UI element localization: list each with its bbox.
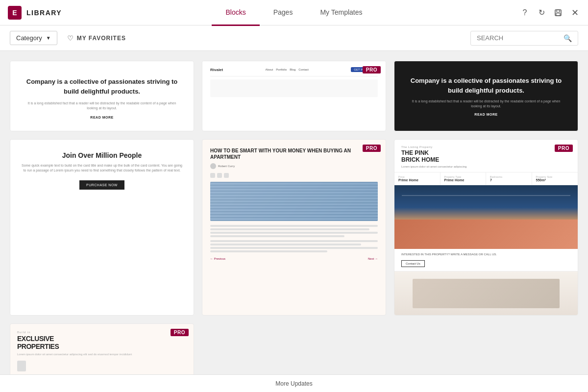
cta-button: PURCHASE NOW — [79, 180, 124, 190]
building-visual — [210, 182, 378, 221]
text-line — [210, 247, 378, 249]
card-2-link: READ MORE — [474, 113, 497, 116]
text-line — [210, 235, 344, 237]
help-icon[interactable]: ? — [519, 7, 530, 18]
chevron-down-icon: ▼ — [46, 35, 51, 41]
card-text-dark[interactable]: Company is a collective of passionates s… — [394, 61, 578, 131]
stat-size: Property Size 550m² — [532, 172, 578, 185]
tab-my-templates[interactable]: My Templates — [306, 0, 376, 26]
property-cta: INTERESTED IN THIS PROPERTY? WRITE A MES… — [394, 249, 578, 271]
social-icon-1 — [210, 173, 215, 178]
excl-title: EXCLUSIVE PROPERTIES — [17, 335, 187, 350]
search-icon[interactable]: 🔍 — [564, 34, 572, 42]
toolbar: Category ▼ ♡ MY FAVORITES 🔍 — [0, 25, 588, 51]
card-cta[interactable]: Join Over Million People Some quick exam… — [10, 139, 194, 316]
card-header-nav-inner: Rivalet About Portfolio Blog Contact GET… — [202, 61, 386, 106]
blog-image — [210, 182, 378, 221]
text-line — [210, 228, 369, 230]
tabs-container: Blocks Pages My Templates — [81, 0, 507, 25]
text-line — [210, 244, 361, 245]
library-title: LIBRARY — [26, 9, 62, 17]
stat-type: Property Type Prime Home — [441, 172, 487, 185]
category-dropdown[interactable]: Category ▼ — [10, 31, 57, 45]
blog-content-lines-2 — [210, 240, 378, 252]
card-2-body: It is a long established fact that a rea… — [409, 99, 563, 109]
more-updates-link[interactable]: More Updates — [275, 380, 312, 387]
property-stats: Price Prime Home Property Type Prime Hom… — [394, 172, 578, 185]
elementor-logo: E — [8, 6, 22, 20]
social-icon-3 — [224, 173, 229, 178]
author-name: Robert Curry — [218, 165, 235, 168]
cta-contact-btn: Contact Us — [401, 260, 425, 267]
blog-content-lines — [210, 225, 378, 237]
favorites-label: MY FAVORITES — [77, 35, 126, 42]
pro-badge-excl: PRO — [171, 329, 189, 336]
nav-logo: Rivalet — [210, 68, 223, 72]
excl-subtitle: Build in — [17, 331, 187, 334]
nav-link-3: Blog — [290, 68, 295, 71]
logo-area: E LIBRARY — [8, 6, 81, 20]
nav-link-4: Contact — [298, 68, 309, 71]
social-icon-2 — [217, 173, 222, 178]
excl-desc: Lorem ipsum dolor sit amet consectetur a… — [17, 352, 187, 356]
author-avatar — [210, 163, 216, 169]
exclusive-inner: Build in EXCLUSIVE PROPERTIES Lorem ipsu… — [10, 324, 194, 374]
card-cta-inner: Join Over Million People Some quick exam… — [10, 140, 194, 201]
category-label: Category — [16, 34, 42, 42]
nav-link-2: Portfolio — [276, 68, 287, 71]
stat-value: 7 — [490, 178, 528, 182]
pro-badge-property: PRO — [555, 145, 573, 152]
heart-icon: ♡ — [67, 34, 74, 42]
featured-icon — [17, 361, 26, 371]
header: E LIBRARY Blocks Pages My Templates ? ↻ … — [0, 0, 588, 25]
cta-body: Some quick example text to build on the … — [20, 163, 184, 173]
nav-row: Rivalet About Portfolio Blog Contact GET… — [210, 67, 378, 76]
card-blog-inner: HOW TO BE SMART WITH YOUR MONEY WHEN BUY… — [202, 140, 386, 268]
blog-title: HOW TO BE SMART WITH YOUR MONEY WHEN BUY… — [210, 147, 378, 160]
tab-pages[interactable]: Pages — [260, 0, 307, 26]
stat-value: Prime Home — [398, 178, 436, 182]
text-line — [210, 232, 378, 234]
close-button[interactable]: ✕ — [569, 7, 580, 18]
bottom-bar: More Updates — [0, 374, 588, 392]
card-property-listing[interactable]: PRO The Listing Property THE PINK BRICK … — [394, 139, 578, 316]
content-area: Company is a collective of passionates s… — [0, 51, 588, 374]
pro-badge: PRO — [363, 66, 381, 74]
stat-bedrooms: Bedrooms 7 — [486, 172, 532, 185]
card-blog-post[interactable]: PRO HOW TO BE SMART WITH YOUR MONEY WHEN… — [202, 139, 386, 316]
search-area: 🔍 — [470, 31, 578, 46]
search-input[interactable] — [477, 34, 564, 42]
property-kitchen-image — [394, 271, 578, 315]
favorites-button[interactable]: ♡ MY FAVORITES — [67, 34, 126, 42]
card-1-link: READ MORE — [90, 116, 113, 119]
cards-grid: Company is a collective of passionates s… — [10, 61, 578, 374]
nav-links: About Portfolio Blog Contact — [266, 68, 309, 71]
social-links — [210, 173, 378, 178]
pro-badge-blog: PRO — [363, 145, 381, 152]
header-actions: ? ↻ ✕ — [507, 7, 580, 18]
text-line — [210, 250, 327, 252]
card-1-body: It is a long established fact that a rea… — [25, 101, 179, 111]
blog-author: Robert Curry — [210, 163, 378, 169]
property-title: THE PINK BRICK HOME — [401, 149, 571, 164]
stat-value: Prime Home — [444, 178, 482, 182]
library-window: E LIBRARY Blocks Pages My Templates ? ↻ … — [0, 0, 588, 392]
property-header: The Listing Property THE PINK BRICK HOME… — [394, 140, 578, 172]
stat-price: Price Prime Home — [394, 172, 441, 185]
refresh-icon[interactable]: ↻ — [536, 7, 547, 18]
property-inner: The Listing Property THE PINK BRICK HOME… — [394, 140, 578, 316]
card-exclusive-properties[interactable]: PRO Build in EXCLUSIVE PROPERTIES Lorem … — [10, 323, 194, 374]
card-1-title: Company is a collective of passionates s… — [25, 77, 179, 96]
tab-blocks[interactable]: Blocks — [212, 0, 259, 26]
card-header-nav[interactable]: PRO Rivalet About Portfolio Blog Contact… — [202, 61, 386, 131]
card-2-title: Company is a collective of passionates s… — [409, 76, 563, 95]
property-subtitle: The Listing Property — [401, 146, 571, 148]
card-text-light[interactable]: Company is a collective of passionates s… — [10, 61, 194, 131]
stat-value: 550m² — [536, 178, 574, 182]
card-text-light-inner: Company is a collective of passionates s… — [10, 61, 194, 130]
save-icon[interactable] — [553, 7, 564, 18]
cta-title: Join Over Million People — [20, 151, 184, 159]
text-line — [210, 240, 378, 242]
nav-link-1: About — [266, 68, 273, 71]
property-main-image — [394, 185, 578, 249]
